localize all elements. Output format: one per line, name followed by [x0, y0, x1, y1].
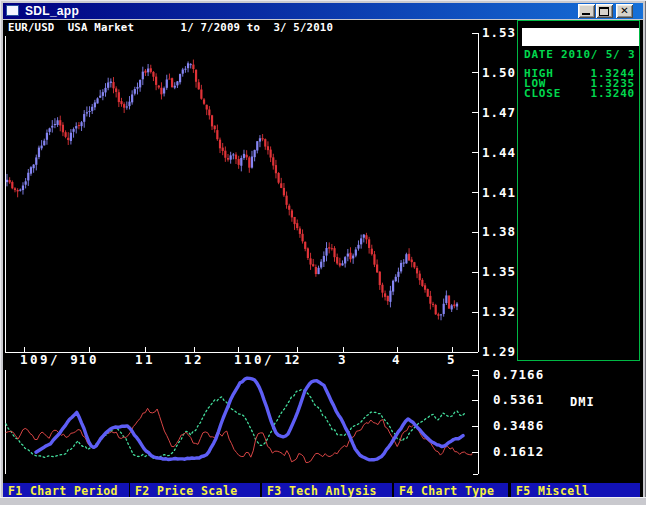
maximize-icon	[599, 7, 609, 16]
quote-date: DATE 2010/ 5/ 3	[524, 48, 635, 61]
close-label: CLOSE	[524, 87, 561, 100]
close-value: 1.3240	[590, 87, 635, 100]
app-icon	[6, 5, 19, 16]
quote-row-low: LOW 1.3235	[524, 77, 635, 87]
maximize-button[interactable]	[596, 4, 613, 18]
quote-info-panel: DATE 2010/ 5/ 3 HIGH 1.3244 LOW 1.3235 C…	[517, 20, 640, 361]
window-title: SDL_app	[25, 4, 79, 18]
quote-input-field[interactable]	[522, 28, 639, 46]
chart-header: EUR/USD USA Market 1/ 7/2009 to 3/ 5/201…	[8, 21, 333, 34]
minimize-button[interactable]	[578, 4, 595, 18]
menu-f2-price-scale[interactable]: F2 Price Scale	[130, 483, 260, 497]
menu-f4-chart-type[interactable]: F4 Chart Type	[394, 483, 508, 497]
close-button[interactable]: ✕	[616, 4, 633, 18]
app-window: SDL_app ✕ 1.531.501.471.441.411.381.351.…	[0, 0, 646, 505]
close-icon: ✕	[616, 4, 633, 18]
menu-f1-chart-period[interactable]: F1 Chart Period	[3, 483, 129, 497]
minimize-icon	[582, 13, 590, 15]
title-bar: SDL_app	[3, 3, 643, 19]
quote-row-close: CLOSE 1.3240	[524, 87, 635, 97]
menu-f5-miscell[interactable]: F5 Miscell	[511, 483, 640, 497]
quote-row-high: HIGH 1.3244	[524, 67, 635, 77]
menu-f3-tech-analysis[interactable]: F3 Tech Anlysis	[262, 483, 392, 497]
window-bottom-edge	[0, 497, 646, 505]
